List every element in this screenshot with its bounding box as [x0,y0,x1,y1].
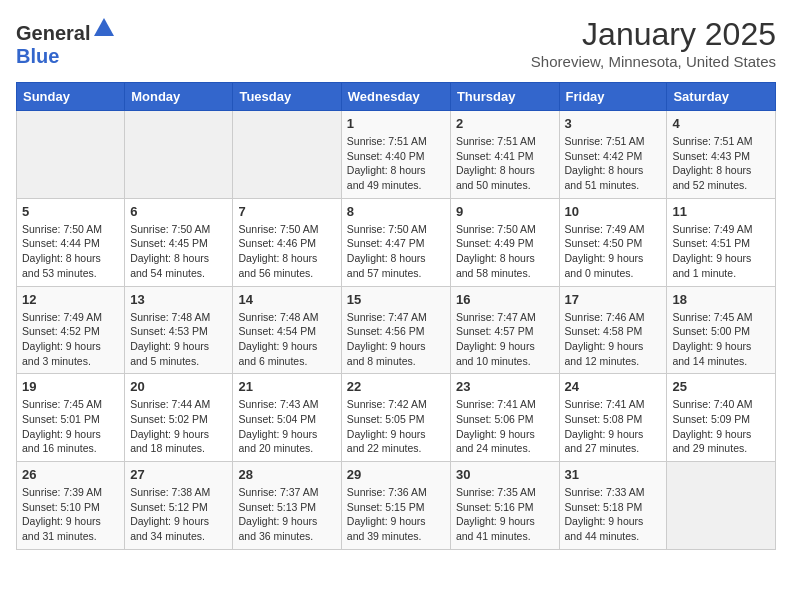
day-info: Sunrise: 7:41 AM Sunset: 5:06 PM Dayligh… [456,397,554,456]
day-number: 18 [672,292,770,307]
day-number: 23 [456,379,554,394]
calendar-cell [125,111,233,199]
calendar-cell: 27Sunrise: 7:38 AM Sunset: 5:12 PM Dayli… [125,462,233,550]
day-number: 8 [347,204,445,219]
calendar-cell: 24Sunrise: 7:41 AM Sunset: 5:08 PM Dayli… [559,374,667,462]
logo-general: General [16,22,90,44]
day-info: Sunrise: 7:47 AM Sunset: 4:57 PM Dayligh… [456,310,554,369]
day-number: 30 [456,467,554,482]
day-info: Sunrise: 7:45 AM Sunset: 5:00 PM Dayligh… [672,310,770,369]
day-info: Sunrise: 7:48 AM Sunset: 4:53 PM Dayligh… [130,310,227,369]
day-number: 6 [130,204,227,219]
day-number: 17 [565,292,662,307]
calendar-cell: 14Sunrise: 7:48 AM Sunset: 4:54 PM Dayli… [233,286,341,374]
day-number: 3 [565,116,662,131]
calendar-cell [17,111,125,199]
location-subtitle: Shoreview, Minnesota, United States [531,53,776,70]
week-row-2: 12Sunrise: 7:49 AM Sunset: 4:52 PM Dayli… [17,286,776,374]
header-day-monday: Monday [125,83,233,111]
calendar-cell: 30Sunrise: 7:35 AM Sunset: 5:16 PM Dayli… [450,462,559,550]
day-number: 25 [672,379,770,394]
day-info: Sunrise: 7:35 AM Sunset: 5:16 PM Dayligh… [456,485,554,544]
day-number: 21 [238,379,335,394]
day-info: Sunrise: 7:49 AM Sunset: 4:52 PM Dayligh… [22,310,119,369]
day-number: 20 [130,379,227,394]
calendar-cell: 17Sunrise: 7:46 AM Sunset: 4:58 PM Dayli… [559,286,667,374]
day-info: Sunrise: 7:44 AM Sunset: 5:02 PM Dayligh… [130,397,227,456]
calendar-cell [667,462,776,550]
calendar-cell: 31Sunrise: 7:33 AM Sunset: 5:18 PM Dayli… [559,462,667,550]
calendar-cell [233,111,341,199]
logo: General Blue [16,16,116,68]
header-day-sunday: Sunday [17,83,125,111]
day-number: 29 [347,467,445,482]
calendar-cell: 10Sunrise: 7:49 AM Sunset: 4:50 PM Dayli… [559,198,667,286]
day-number: 27 [130,467,227,482]
day-number: 1 [347,116,445,131]
month-title: January 2025 [531,16,776,53]
calendar-cell: 18Sunrise: 7:45 AM Sunset: 5:00 PM Dayli… [667,286,776,374]
day-number: 7 [238,204,335,219]
header-day-saturday: Saturday [667,83,776,111]
day-info: Sunrise: 7:43 AM Sunset: 5:04 PM Dayligh… [238,397,335,456]
day-number: 5 [22,204,119,219]
day-info: Sunrise: 7:36 AM Sunset: 5:15 PM Dayligh… [347,485,445,544]
calendar-cell: 23Sunrise: 7:41 AM Sunset: 5:06 PM Dayli… [450,374,559,462]
day-info: Sunrise: 7:50 AM Sunset: 4:47 PM Dayligh… [347,222,445,281]
header-day-tuesday: Tuesday [233,83,341,111]
calendar-cell: 21Sunrise: 7:43 AM Sunset: 5:04 PM Dayli… [233,374,341,462]
calendar-cell: 15Sunrise: 7:47 AM Sunset: 4:56 PM Dayli… [341,286,450,374]
day-number: 28 [238,467,335,482]
day-info: Sunrise: 7:49 AM Sunset: 4:50 PM Dayligh… [565,222,662,281]
day-info: Sunrise: 7:46 AM Sunset: 4:58 PM Dayligh… [565,310,662,369]
calendar-cell: 9Sunrise: 7:50 AM Sunset: 4:49 PM Daylig… [450,198,559,286]
calendar-cell: 16Sunrise: 7:47 AM Sunset: 4:57 PM Dayli… [450,286,559,374]
calendar-cell: 8Sunrise: 7:50 AM Sunset: 4:47 PM Daylig… [341,198,450,286]
svg-marker-0 [94,18,114,36]
day-info: Sunrise: 7:50 AM Sunset: 4:49 PM Dayligh… [456,222,554,281]
day-info: Sunrise: 7:51 AM Sunset: 4:41 PM Dayligh… [456,134,554,193]
day-info: Sunrise: 7:45 AM Sunset: 5:01 PM Dayligh… [22,397,119,456]
calendar-cell: 13Sunrise: 7:48 AM Sunset: 4:53 PM Dayli… [125,286,233,374]
calendar-table: SundayMondayTuesdayWednesdayThursdayFrid… [16,82,776,550]
calendar-cell: 3Sunrise: 7:51 AM Sunset: 4:42 PM Daylig… [559,111,667,199]
calendar-cell: 1Sunrise: 7:51 AM Sunset: 4:40 PM Daylig… [341,111,450,199]
title-block: January 2025 Shoreview, Minnesota, Unite… [531,16,776,70]
week-row-3: 19Sunrise: 7:45 AM Sunset: 5:01 PM Dayli… [17,374,776,462]
day-info: Sunrise: 7:47 AM Sunset: 4:56 PM Dayligh… [347,310,445,369]
week-row-4: 26Sunrise: 7:39 AM Sunset: 5:10 PM Dayli… [17,462,776,550]
calendar-cell: 6Sunrise: 7:50 AM Sunset: 4:45 PM Daylig… [125,198,233,286]
logo-icon [92,16,116,40]
day-info: Sunrise: 7:41 AM Sunset: 5:08 PM Dayligh… [565,397,662,456]
day-info: Sunrise: 7:48 AM Sunset: 4:54 PM Dayligh… [238,310,335,369]
calendar-cell: 2Sunrise: 7:51 AM Sunset: 4:41 PM Daylig… [450,111,559,199]
day-info: Sunrise: 7:39 AM Sunset: 5:10 PM Dayligh… [22,485,119,544]
logo-wordmark: General Blue [16,16,116,68]
day-number: 26 [22,467,119,482]
calendar-cell: 20Sunrise: 7:44 AM Sunset: 5:02 PM Dayli… [125,374,233,462]
day-info: Sunrise: 7:50 AM Sunset: 4:44 PM Dayligh… [22,222,119,281]
day-number: 9 [456,204,554,219]
calendar-cell: 12Sunrise: 7:49 AM Sunset: 4:52 PM Dayli… [17,286,125,374]
calendar-cell: 26Sunrise: 7:39 AM Sunset: 5:10 PM Dayli… [17,462,125,550]
calendar-cell: 5Sunrise: 7:50 AM Sunset: 4:44 PM Daylig… [17,198,125,286]
header-day-wednesday: Wednesday [341,83,450,111]
day-number: 12 [22,292,119,307]
page-header: General Blue January 2025 Shoreview, Min… [16,16,776,70]
day-info: Sunrise: 7:51 AM Sunset: 4:43 PM Dayligh… [672,134,770,193]
calendar-cell: 29Sunrise: 7:36 AM Sunset: 5:15 PM Dayli… [341,462,450,550]
day-info: Sunrise: 7:40 AM Sunset: 5:09 PM Dayligh… [672,397,770,456]
calendar-cell: 28Sunrise: 7:37 AM Sunset: 5:13 PM Dayli… [233,462,341,550]
day-info: Sunrise: 7:37 AM Sunset: 5:13 PM Dayligh… [238,485,335,544]
day-number: 13 [130,292,227,307]
header-row: SundayMondayTuesdayWednesdayThursdayFrid… [17,83,776,111]
day-number: 31 [565,467,662,482]
day-number: 24 [565,379,662,394]
day-number: 2 [456,116,554,131]
day-number: 11 [672,204,770,219]
day-number: 10 [565,204,662,219]
day-number: 15 [347,292,445,307]
calendar-cell: 11Sunrise: 7:49 AM Sunset: 4:51 PM Dayli… [667,198,776,286]
calendar-cell: 22Sunrise: 7:42 AM Sunset: 5:05 PM Dayli… [341,374,450,462]
header-day-thursday: Thursday [450,83,559,111]
